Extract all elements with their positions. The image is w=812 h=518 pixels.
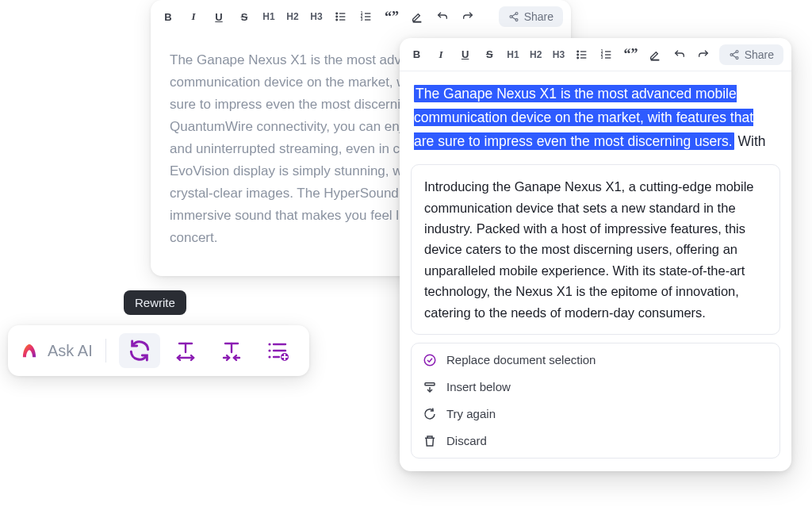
underline-button[interactable]: U [456,45,474,64]
insert-below-icon [423,380,437,394]
share-button[interactable]: Share [499,6,563,27]
h3-button[interactable]: H3 [550,45,567,64]
ordered-list-button[interactable]: 123 [357,7,376,26]
svg-line-50 [732,52,736,54]
ask-ai-toolbar: Ask AI [8,325,309,376]
svg-point-29 [268,355,270,358]
document-body-front[interactable]: The Ganape Nexus X1 is the most advanced… [400,71,791,158]
italic-button[interactable]: I [432,45,450,64]
toolbar-front: B I U S H1 H2 H3 123 “” Share [400,38,791,71]
svg-point-36 [577,54,579,56]
svg-text:3: 3 [600,56,603,59]
quote-button[interactable]: “” [622,45,640,64]
bullet-list-button[interactable] [573,45,592,64]
editor-panel-front: B I U S H1 H2 H3 123 “” Share The Ganape… [400,38,791,471]
strike-button[interactable]: S [481,45,499,64]
retry-icon [423,407,437,421]
bold-button[interactable]: B [159,7,178,26]
h2-button[interactable]: H2 [527,45,544,64]
svg-text:3: 3 [361,17,363,21]
action-label: Replace document selection [446,353,596,366]
undo-button[interactable] [433,7,452,26]
selected-text: The Ganape Nexus X1 is the most advanced… [414,85,753,150]
share-label: Share [745,48,774,61]
strike-button[interactable]: S [235,7,254,26]
italic-button[interactable]: I [184,7,203,26]
h3-button[interactable]: H3 [308,7,325,26]
h1-button[interactable]: H1 [260,7,278,26]
underline-button[interactable]: U [209,7,228,26]
trash-icon [423,434,437,448]
svg-point-25 [268,343,270,345]
toolbar-back: B I U S H1 H2 H3 123 “” Share [151,0,571,33]
svg-point-2 [336,16,338,17]
ask-ai-label[interactable]: Ask AI [48,342,93,360]
insert-below-action[interactable]: Insert below [412,374,779,401]
bold-button[interactable]: B [408,45,426,64]
quote-button[interactable]: “” [382,7,401,26]
ask-ai-logo-icon [19,340,40,361]
replace-selection-action[interactable]: Replace document selection [412,347,779,374]
check-circle-icon [423,353,437,367]
svg-point-34 [577,51,579,52]
rewrite-button[interactable] [119,333,160,368]
h1-button[interactable]: H1 [505,45,522,64]
lengthen-button[interactable] [165,333,206,368]
action-label: Try again [446,407,496,420]
ai-actions-menu: Replace document selection Insert below … [411,343,780,459]
share-label: Share [524,10,553,23]
action-label: Insert below [446,380,511,393]
unselected-text: With [734,133,766,149]
rewrite-tooltip: Rewrite [124,290,186,315]
redo-button[interactable] [695,45,713,64]
svg-point-38 [577,57,579,59]
svg-rect-53 [425,383,435,386]
ai-suggestion-box: Introducing the Ganape Nexus X1, a cutti… [411,164,780,335]
svg-point-27 [268,349,270,351]
h2-button[interactable]: H2 [284,7,301,26]
undo-button[interactable] [670,45,688,64]
svg-point-0 [336,13,338,14]
action-label: Discard [446,434,487,447]
svg-point-52 [424,355,435,366]
discard-action[interactable]: Discard [412,428,779,455]
svg-line-17 [511,17,515,20]
try-again-action[interactable]: Try again [412,401,779,428]
svg-point-4 [336,19,338,21]
shorten-button[interactable] [211,333,252,368]
separator [105,339,106,363]
ask-ai-toolbar-container: Rewrite Ask AI [8,290,309,376]
bullet-list-button[interactable] [331,7,350,26]
svg-line-51 [732,55,736,57]
share-button[interactable]: Share [719,44,783,65]
highlight-color-button[interactable] [646,45,665,64]
ordered-list-button[interactable]: 123 [597,45,615,64]
redo-button[interactable] [458,7,477,26]
svg-line-16 [511,14,515,17]
summarize-button[interactable] [257,333,298,368]
highlight-color-button[interactable] [408,7,427,26]
